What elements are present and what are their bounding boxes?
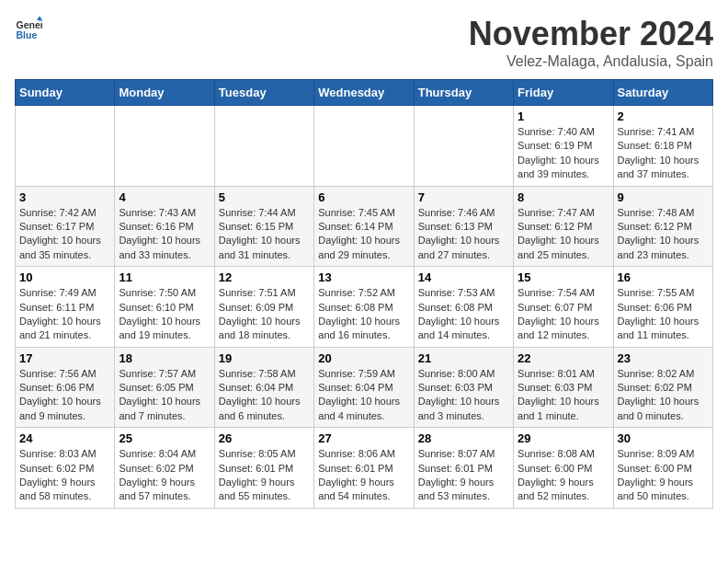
day-cell: 15Sunrise: 7:54 AM Sunset: 6:07 PM Dayli… [514,267,613,348]
week-row-3: 10Sunrise: 7:49 AM Sunset: 6:11 PM Dayli… [16,267,713,348]
day-cell: 17Sunrise: 7:56 AM Sunset: 6:06 PM Dayli… [16,347,115,428]
day-info: Sunrise: 7:54 AM Sunset: 6:07 PM Dayligh… [518,286,609,343]
day-number: 28 [418,431,509,445]
day-number: 26 [219,431,310,445]
day-number: 16 [618,270,709,284]
day-info: Sunrise: 7:41 AM Sunset: 6:18 PM Dayligh… [618,125,709,182]
week-row-1: 1Sunrise: 7:40 AM Sunset: 6:19 PM Daylig… [16,106,713,187]
day-cell: 8Sunrise: 7:47 AM Sunset: 6:12 PM Daylig… [514,186,613,267]
day-cell: 22Sunrise: 8:01 AM Sunset: 6:03 PM Dayli… [514,347,613,428]
title-section: November 2024 Velez-Malaga, Andalusia, S… [469,15,713,70]
day-cell: 16Sunrise: 7:55 AM Sunset: 6:06 PM Dayli… [613,267,712,348]
page-header: General Blue November 2024 Velez-Malaga,… [15,15,713,70]
day-cell: 4Sunrise: 7:43 AM Sunset: 6:16 PM Daylig… [115,186,214,267]
day-number: 25 [119,431,210,445]
day-number: 18 [119,351,210,365]
location-subtitle: Velez-Malaga, Andalusia, Spain [469,53,713,70]
day-cell: 27Sunrise: 8:06 AM Sunset: 6:01 PM Dayli… [314,428,414,509]
day-cell: 12Sunrise: 7:51 AM Sunset: 6:09 PM Dayli… [214,267,313,348]
day-cell: 24Sunrise: 8:03 AM Sunset: 6:02 PM Dayli… [16,428,115,509]
day-info: Sunrise: 8:07 AM Sunset: 6:01 PM Dayligh… [418,447,509,504]
day-cell: 28Sunrise: 8:07 AM Sunset: 6:01 PM Dayli… [414,428,513,509]
weekday-wednesday: Wednesday [314,80,414,106]
day-number: 20 [318,351,409,365]
day-number: 22 [518,351,609,365]
day-info: Sunrise: 8:08 AM Sunset: 6:00 PM Dayligh… [518,447,609,504]
day-info: Sunrise: 7:44 AM Sunset: 6:15 PM Dayligh… [219,206,310,263]
day-info: Sunrise: 8:04 AM Sunset: 6:02 PM Dayligh… [119,447,210,504]
day-info: Sunrise: 7:49 AM Sunset: 6:11 PM Dayligh… [19,286,110,343]
calendar-header: SundayMondayTuesdayWednesdayThursdayFrid… [16,80,713,106]
day-number: 21 [418,351,509,365]
day-number: 13 [318,270,409,284]
day-cell: 11Sunrise: 7:50 AM Sunset: 6:10 PM Dayli… [115,267,214,348]
day-info: Sunrise: 7:57 AM Sunset: 6:05 PM Dayligh… [119,367,210,424]
day-number: 5 [219,190,310,204]
weekday-tuesday: Tuesday [214,80,313,106]
day-number: 1 [518,109,609,123]
day-number: 15 [518,270,609,284]
day-cell [115,106,214,187]
day-cell: 30Sunrise: 8:09 AM Sunset: 6:00 PM Dayli… [613,428,712,509]
day-cell: 7Sunrise: 7:46 AM Sunset: 6:13 PM Daylig… [414,186,513,267]
day-info: Sunrise: 7:53 AM Sunset: 6:08 PM Dayligh… [418,286,509,343]
month-title: November 2024 [469,15,713,53]
weekday-saturday: Saturday [613,80,712,106]
day-cell: 5Sunrise: 7:44 AM Sunset: 6:15 PM Daylig… [214,186,313,267]
day-cell: 3Sunrise: 7:42 AM Sunset: 6:17 PM Daylig… [16,186,115,267]
calendar-table: SundayMondayTuesdayWednesdayThursdayFrid… [15,79,713,509]
day-number: 23 [618,351,709,365]
day-info: Sunrise: 8:03 AM Sunset: 6:02 PM Dayligh… [19,447,110,504]
week-row-5: 24Sunrise: 8:03 AM Sunset: 6:02 PM Dayli… [16,428,713,509]
day-number: 3 [19,190,110,204]
logo-icon: General Blue [15,15,42,42]
day-number: 12 [219,270,310,284]
weekday-friday: Friday [514,80,613,106]
week-row-2: 3Sunrise: 7:42 AM Sunset: 6:17 PM Daylig… [16,186,713,267]
day-number: 7 [418,190,509,204]
day-info: Sunrise: 7:48 AM Sunset: 6:12 PM Dayligh… [618,206,709,263]
day-cell: 21Sunrise: 8:00 AM Sunset: 6:03 PM Dayli… [414,347,513,428]
day-number: 27 [318,431,409,445]
svg-text:Blue: Blue [17,29,38,40]
logo: General Blue [15,15,42,42]
day-cell: 1Sunrise: 7:40 AM Sunset: 6:19 PM Daylig… [514,106,613,187]
day-cell [414,106,513,187]
calendar-body: 1Sunrise: 7:40 AM Sunset: 6:19 PM Daylig… [16,106,713,509]
weekday-sunday: Sunday [16,80,115,106]
day-cell: 10Sunrise: 7:49 AM Sunset: 6:11 PM Dayli… [16,267,115,348]
day-number: 10 [19,270,110,284]
week-row-4: 17Sunrise: 7:56 AM Sunset: 6:06 PM Dayli… [16,347,713,428]
day-cell: 20Sunrise: 7:59 AM Sunset: 6:04 PM Dayli… [314,347,414,428]
day-number: 9 [618,190,709,204]
weekday-thursday: Thursday [414,80,513,106]
day-number: 11 [119,270,210,284]
weekday-monday: Monday [115,80,214,106]
day-cell [314,106,414,187]
day-info: Sunrise: 8:06 AM Sunset: 6:01 PM Dayligh… [318,447,409,504]
day-cell: 2Sunrise: 7:41 AM Sunset: 6:18 PM Daylig… [613,106,712,187]
day-cell: 23Sunrise: 8:02 AM Sunset: 6:02 PM Dayli… [613,347,712,428]
day-info: Sunrise: 7:42 AM Sunset: 6:17 PM Dayligh… [19,206,110,263]
day-cell: 29Sunrise: 8:08 AM Sunset: 6:00 PM Dayli… [514,428,613,509]
day-cell: 25Sunrise: 8:04 AM Sunset: 6:02 PM Dayli… [115,428,214,509]
day-cell [16,106,115,187]
day-info: Sunrise: 8:00 AM Sunset: 6:03 PM Dayligh… [418,367,509,424]
day-number: 4 [119,190,210,204]
day-info: Sunrise: 7:46 AM Sunset: 6:13 PM Dayligh… [418,206,509,263]
day-number: 8 [518,190,609,204]
day-cell: 19Sunrise: 7:58 AM Sunset: 6:04 PM Dayli… [214,347,313,428]
day-number: 17 [19,351,110,365]
day-info: Sunrise: 7:47 AM Sunset: 6:12 PM Dayligh… [518,206,609,263]
day-cell [214,106,313,187]
day-info: Sunrise: 7:45 AM Sunset: 6:14 PM Dayligh… [318,206,409,263]
day-info: Sunrise: 7:50 AM Sunset: 6:10 PM Dayligh… [119,286,210,343]
day-cell: 13Sunrise: 7:52 AM Sunset: 6:08 PM Dayli… [314,267,414,348]
day-info: Sunrise: 7:56 AM Sunset: 6:06 PM Dayligh… [19,367,110,424]
day-cell: 18Sunrise: 7:57 AM Sunset: 6:05 PM Dayli… [115,347,214,428]
day-info: Sunrise: 7:59 AM Sunset: 6:04 PM Dayligh… [318,367,409,424]
weekday-header-row: SundayMondayTuesdayWednesdayThursdayFrid… [16,80,713,106]
day-info: Sunrise: 8:02 AM Sunset: 6:02 PM Dayligh… [618,367,709,424]
day-info: Sunrise: 7:43 AM Sunset: 6:16 PM Dayligh… [119,206,210,263]
day-info: Sunrise: 8:01 AM Sunset: 6:03 PM Dayligh… [518,367,609,424]
